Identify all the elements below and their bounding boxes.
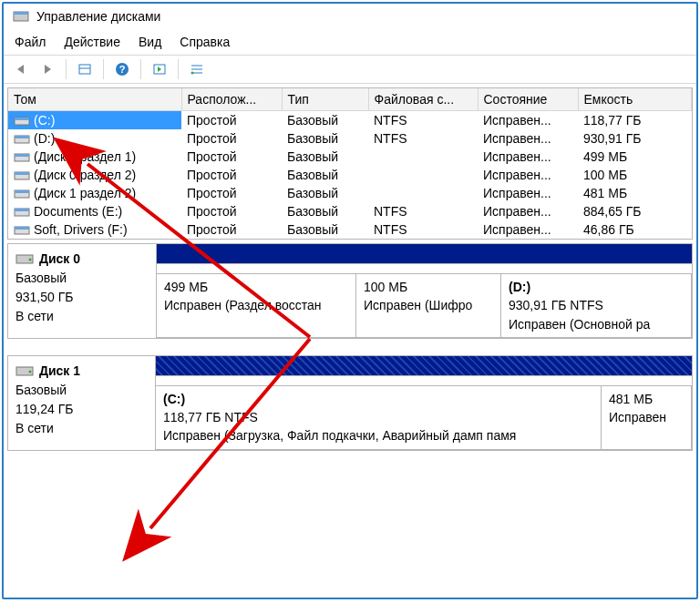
table-row[interactable]: (Диск 1 раздел 2)ПростойБазовыйИсправен.… [8,184,692,202]
cell-state: Исправен... [478,166,578,184]
menubar: Файл Действие Вид Справка [4,29,696,56]
separator [103,59,104,79]
cell-fs [368,148,478,166]
help-button[interactable]: ? [111,59,133,79]
cell-fs: NTFS [368,220,478,239]
cell-capacity: 46,86 ГБ [578,220,692,239]
cell-fs [368,184,478,202]
volume-icon [14,169,30,180]
col-fs[interactable]: Файловая с... [368,88,478,111]
cell-type: Базовый [282,220,368,239]
properties-button[interactable] [74,59,96,79]
col-volume[interactable]: Том [8,88,181,111]
partition-state: Исправен [609,408,684,426]
volume-name: Documents (E:) [34,204,122,219]
menu-action[interactable]: Действие [64,35,120,49]
cell-layout: Простой [181,184,282,202]
disk-name: Диск 1 [39,363,80,378]
disk-map: Диск 0Базовый931,50 ГБВ сети499 МБИсправ… [7,243,693,451]
cell-fs: NTFS [368,129,478,148]
svg-text:?: ? [119,64,126,75]
partition[interactable]: 100 МБИсправен (Шифро [355,273,501,338]
table-row[interactable]: Soft, Drivers (F:)ПростойБазовыйNTFSИспр… [8,220,692,239]
partition-state: Исправен (Загрузка, Файл подкачки, Авари… [163,426,593,445]
svg-rect-18 [15,172,29,175]
cell-type: Базовый [282,111,368,130]
svg-rect-20 [15,190,29,193]
disk-status: В сети [15,419,148,438]
partition-size: 481 МБ [609,390,684,408]
partition-label: (C:) [163,390,593,408]
svg-point-26 [29,259,32,261]
col-type[interactable]: Тип [282,88,368,111]
list-button[interactable] [186,59,208,79]
col-state[interactable]: Состояние [478,88,578,111]
partition[interactable]: (D:)930,91 ГБ NTFSИсправен (Основной ра [500,273,692,338]
menu-file[interactable]: Файл [15,35,46,49]
disk-icon [15,251,34,264]
cell-layout: Простой [181,148,282,166]
svg-rect-16 [15,154,29,157]
cell-capacity: 100 МБ [578,166,692,184]
partition[interactable]: (C:)118,77 ГБ NTFSИсправен (Загрузка, Фа… [155,385,602,450]
svg-point-28 [29,370,32,373]
cell-layout: Простой [181,111,282,130]
cell-state: Исправен... [478,184,578,202]
volume-name: (Диск 0 раздел 2) [34,168,136,182]
svg-rect-14 [15,136,29,138]
disk-icon [15,363,34,376]
partition-state: Исправен (Раздел восстан [164,296,348,314]
cell-capacity: 499 МБ [578,148,692,166]
app-icon [13,9,29,24]
svg-rect-1 [14,12,28,15]
disk-row[interactable]: Диск 1Базовый119,24 ГБВ сети(C:)118,77 Г… [7,355,693,451]
svg-point-10 [191,72,194,75]
cell-type: Базовый [282,148,368,166]
cell-state: Исправен... [478,129,578,148]
disk-row[interactable]: Диск 0Базовый931,50 ГБВ сети499 МБИсправ… [7,243,693,339]
menu-view[interactable]: Вид [139,35,161,49]
disk-stripe [156,356,692,376]
separator [66,59,67,79]
cell-capacity: 930,91 ГБ [578,129,692,148]
table-row[interactable]: Documents (E:)ПростойБазовыйNTFSИсправен… [8,202,692,220]
table-row[interactable]: (Диск 0 раздел 1)ПростойБазовыйИсправен.… [8,148,692,166]
col-capacity[interactable]: Емкость [578,88,692,111]
partition-size: 118,77 ГБ NTFS [163,408,593,426]
volume-name: (Диск 0 раздел 1) [34,149,136,164]
partition[interactable]: 481 МБИсправен [601,385,692,450]
window-title: Управление дисками [36,9,160,24]
volume-name: Soft, Drivers (F:) [34,222,128,237]
disk-size: 931,50 ГБ [15,288,149,307]
volume-icon [14,206,30,217]
disk-stripe [157,244,692,264]
svg-rect-2 [79,65,90,74]
partition[interactable]: 499 МБИсправен (Раздел восстан [156,273,356,338]
separator [178,59,179,79]
table-row[interactable]: (D:)ПростойБазовыйNTFSИсправен...930,91 … [8,129,692,148]
partition-size: 100 МБ [364,278,493,296]
cell-type: Базовый [282,202,368,220]
disk-partitions: (C:)118,77 ГБ NTFSИсправен (Загрузка, Фа… [156,356,692,450]
cell-fs: NTFS [368,202,478,220]
back-button[interactable] [11,59,33,79]
partition-size: 499 МБ [164,278,348,296]
disk-size: 119,24 ГБ [15,400,148,419]
volume-name: (Диск 1 раздел 2) [34,186,136,200]
cell-fs: NTFS [368,111,478,130]
cell-fs [368,166,478,184]
refresh-button[interactable] [149,59,170,79]
partition-size: 930,91 ГБ NTFS [509,296,684,314]
menu-help[interactable]: Справка [180,35,230,49]
table-row[interactable]: (Диск 0 раздел 2)ПростойБазовыйИсправен.… [8,166,692,184]
volume-icon [14,224,30,235]
cell-state: Исправен... [478,148,578,166]
cell-type: Базовый [282,166,368,184]
titlebar: Управление дисками [4,4,696,29]
volume-name: (D:) [34,131,55,146]
table-row[interactable]: (C:)ПростойБазовыйNTFSИсправен...118,77 … [8,111,692,130]
forward-button[interactable] [36,59,58,79]
col-layout[interactable]: Располож... [181,88,282,111]
svg-rect-22 [15,209,29,211]
cell-type: Базовый [282,184,368,202]
